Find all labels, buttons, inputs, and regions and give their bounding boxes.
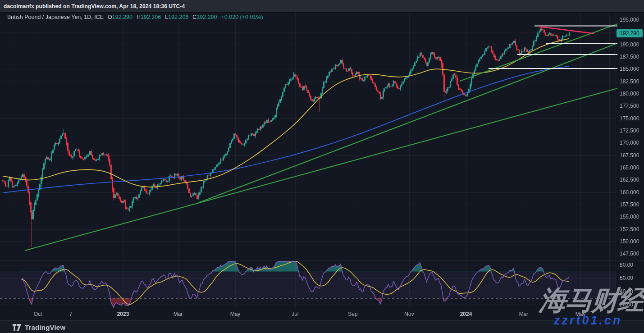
tradingview-snapshot: dacolmanfx published on TradingView.com,… bbox=[0, 0, 644, 333]
price-axis-label: 157.500 bbox=[620, 201, 639, 208]
price-axis-label: 177.500 bbox=[620, 103, 639, 109]
chart-legend: British Pound / Japanese Yen, 1D, ICEO19… bbox=[7, 14, 263, 20]
time-axis-label: May bbox=[575, 311, 586, 317]
time-axis-label: Mar bbox=[519, 311, 529, 317]
time-axis-label: Nov bbox=[404, 311, 414, 317]
topbar: dacolmanfx published on TradingView.com,… bbox=[0, 0, 644, 13]
chart-canvas[interactable] bbox=[0, 0, 644, 333]
time-axis[interactable]: Oct72023MarMayJulSepNov2024MarMay bbox=[0, 308, 616, 320]
time-axis-label: Sep bbox=[348, 311, 357, 317]
price-axis-label: 152.500 bbox=[620, 226, 639, 233]
last-price-badge: 192.290 bbox=[617, 29, 643, 37]
ohlc-item: L192.206 bbox=[165, 14, 188, 20]
price-axis-label: 175.000 bbox=[620, 115, 639, 122]
price-axis-label: 172.500 bbox=[620, 128, 639, 134]
time-axis-label: May bbox=[230, 311, 241, 317]
price-axis-label: 155.000 bbox=[620, 214, 639, 220]
ohlc-values: O192.290H192.306L192.206C192.290 bbox=[104, 14, 217, 20]
price-axis[interactable]: 192.290 195.000190.000187.500185.000182.… bbox=[616, 12, 644, 308]
time-axis-label: Jul bbox=[292, 311, 298, 317]
price-axis-label: 180.000 bbox=[620, 91, 639, 97]
price-axis-label: 147.500 bbox=[620, 251, 639, 257]
price-axis-label: 190.000 bbox=[620, 41, 639, 48]
price-axis-label: 195.000 bbox=[620, 17, 639, 23]
price-axis-label: 170.000 bbox=[620, 140, 639, 146]
time-axis-label: Mar bbox=[174, 311, 183, 317]
rsi-axis-label: 20.00 bbox=[620, 301, 633, 308]
rsi-axis-label: 60.00 bbox=[620, 275, 633, 281]
price-axis-label: 187.500 bbox=[620, 54, 639, 60]
price-axis-label: 150.000 bbox=[620, 238, 639, 245]
price-axis-label: 165.000 bbox=[620, 164, 639, 171]
ohlc-item: O192.290 bbox=[108, 14, 132, 20]
rsi-axis-label: 80.00 bbox=[620, 262, 633, 268]
time-axis-label: 2024 bbox=[460, 311, 472, 317]
tradingview-brand[interactable]: TradingView bbox=[25, 324, 65, 331]
ohlc-item: H192.306 bbox=[137, 14, 161, 20]
rsi-axis-label: 40.00 bbox=[620, 288, 633, 295]
time-axis-label: Oct bbox=[34, 311, 42, 317]
price-axis-label: 162.500 bbox=[620, 177, 639, 183]
ohlc-item: C192.290 bbox=[192, 14, 217, 20]
price-axis-label: 182.500 bbox=[620, 78, 639, 85]
symbol-title[interactable]: British Pound / Japanese Yen, 1D, ICE bbox=[7, 14, 104, 20]
footer-bar: TradingView bbox=[0, 320, 644, 333]
last-price-value: 192.290 bbox=[620, 30, 639, 36]
change-value: +0.020 (+0.01%) bbox=[221, 14, 263, 20]
price-axis-label: 160.000 bbox=[620, 189, 639, 196]
price-axis-label: 185.000 bbox=[620, 66, 639, 72]
tradingview-logo-icon bbox=[13, 324, 21, 331]
time-axis-label: 2023 bbox=[117, 311, 129, 317]
time-axis-label: 7 bbox=[69, 311, 73, 317]
price-axis-label: 167.500 bbox=[620, 152, 639, 159]
attribution-text: dacolmanfx published on TradingView.com,… bbox=[4, 3, 185, 9]
